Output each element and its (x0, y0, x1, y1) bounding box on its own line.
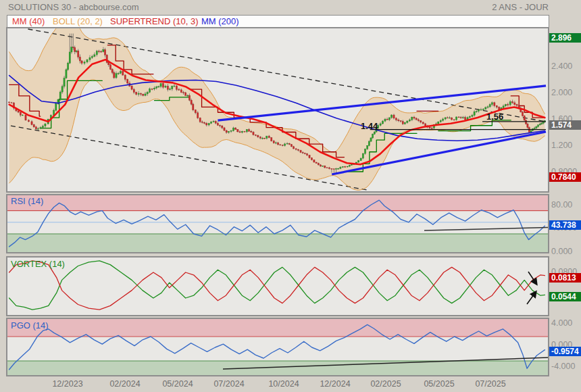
time-axis-label: 10/2024 (268, 379, 299, 389)
axis-tick: 80.00 (551, 200, 581, 210)
instrument-title: SOLUTIONS 30 - abcbourse.com (8, 2, 139, 12)
pgo-label: PGO (14) (11, 320, 49, 330)
axis-tick: 1.200 (551, 141, 581, 150)
time-axis-label: 02/2024 (109, 379, 140, 389)
axis-tick: -4.000 (551, 362, 581, 371)
time-axis-label: 07/2025 (475, 379, 505, 389)
legend-item: MM (40) (12, 16, 45, 26)
price-badge: 43.738 (549, 220, 581, 230)
overlays-legend: MM (40)BOLL (20, 2)SUPERTREND (10, 3)MM … (7, 15, 549, 28)
axis-tick: 2.400 (551, 62, 581, 71)
axis-tick: 2.000 (551, 88, 581, 97)
period-selector: 2 ANS - JOUR (492, 2, 549, 12)
vortex-label: VORTEX (14) (11, 259, 65, 269)
time-axis-label: 07/2024 (213, 379, 244, 389)
legend-item: SUPERTREND (10, 3) (110, 16, 199, 26)
support-level-label: 1.44 (361, 121, 378, 131)
price-badge: 1.574 (549, 120, 581, 130)
time-axis-label: 05/2025 (424, 379, 454, 389)
chart-app: SOLUTIONS 30 - abcbourse.com 2 ANS - JOU… (0, 0, 581, 392)
rsi-label: RSI (14) (11, 196, 43, 206)
price-badge: -0.9574 (549, 347, 581, 356)
time-axis-label: 02/2025 (370, 379, 401, 389)
vortex-panel[interactable] (6, 256, 549, 316)
price-badge: 0.0813 (549, 273, 581, 283)
pgo-panel[interactable] (6, 318, 549, 376)
time-axis-label: 12/2023 (52, 379, 82, 389)
rsi-panel[interactable] (6, 194, 549, 253)
time-axis-label: 05/2024 (162, 379, 193, 389)
price-badge: 0.0544 (549, 292, 581, 301)
price-badge: 2.896 (549, 33, 581, 43)
price-badge: 0.7840 (549, 172, 581, 182)
legend-item: MM (200) (201, 16, 239, 26)
axis-tick: 0.000 (551, 247, 581, 256)
support-level-label: 1.56 (486, 112, 503, 122)
axis-tick: 4.000 (551, 318, 581, 328)
legend-item: BOLL (20, 2) (53, 16, 103, 26)
time-axis-label: 12/2024 (320, 379, 350, 389)
price-panel[interactable]: 1.441.56 (6, 27, 549, 193)
